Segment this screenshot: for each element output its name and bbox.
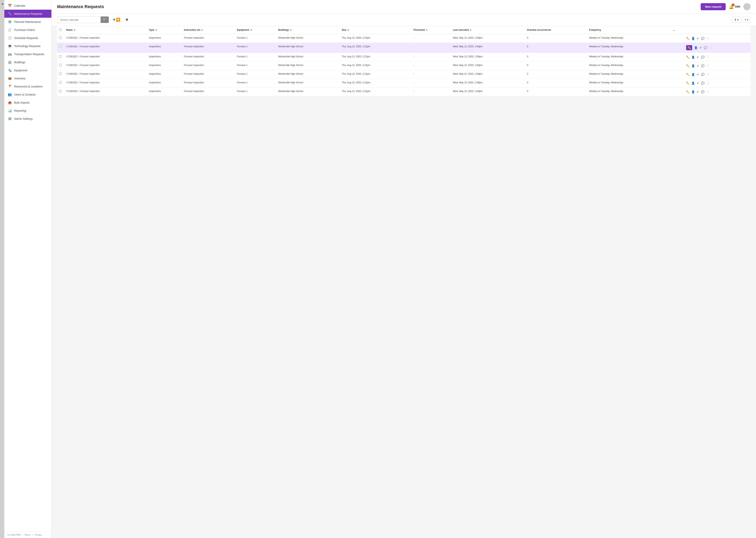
row-checkbox-5[interactable] bbox=[59, 81, 62, 84]
sidebar-item-equipment[interactable]: 🔩 Equipment bbox=[4, 66, 51, 74]
more-options-icon-0[interactable]: ⋮ bbox=[706, 36, 710, 40]
more-options-icon-1[interactable]: ⋮ bbox=[709, 46, 712, 50]
comment-icon-5[interactable]: 💬 bbox=[701, 81, 704, 85]
table-row: X 5381922 - Furnace Inspection Inspectio… bbox=[57, 87, 750, 96]
terms-link[interactable]: Terms bbox=[24, 534, 30, 536]
columns-button[interactable]: ≡ ▾ bbox=[742, 17, 750, 23]
edit-icon-0[interactable]: ✏️ bbox=[686, 37, 689, 40]
edit-icon-5[interactable]: ✏️ bbox=[686, 81, 689, 85]
notification-count: 8888 bbox=[735, 5, 740, 8]
assign-icon-2[interactable]: 👤 bbox=[691, 56, 695, 59]
row-checkbox-2[interactable] bbox=[59, 55, 62, 58]
inventory-icon: 📦 bbox=[8, 77, 12, 80]
complete-icon-4[interactable]: ✔ bbox=[697, 73, 699, 76]
row-checkbox-0[interactable] bbox=[59, 36, 62, 39]
complete-icon-5[interactable]: ✔ bbox=[697, 81, 699, 85]
row-checkbox-1[interactable] bbox=[59, 45, 62, 48]
assign-icon-1[interactable]: 👤 bbox=[694, 46, 697, 49]
row-due-6: Thu, Aug 13, 2020, 2:22pm bbox=[340, 87, 411, 96]
column-header-due[interactable]: Due ⇅ bbox=[340, 26, 411, 34]
complete-icon-6[interactable]: ✔ bbox=[697, 90, 699, 93]
search-button[interactable]: 🔍 bbox=[101, 17, 109, 23]
comment-icon-3[interactable]: 💬 bbox=[701, 64, 704, 67]
more-options-icon-6[interactable]: ⋮ bbox=[706, 90, 710, 93]
comment-icon-0[interactable]: 💬 bbox=[701, 37, 704, 40]
row-checkbox-3[interactable] bbox=[59, 64, 62, 66]
notification-bell[interactable]: 🔔 ● bbox=[729, 4, 734, 9]
sidebar-item-users-contacts[interactable]: 👥 Users & Contacts bbox=[4, 90, 51, 98]
assign-icon-4[interactable]: 👤 bbox=[691, 73, 695, 76]
buildings-icon: 🏢 bbox=[8, 60, 12, 64]
more-options-icon-3[interactable]: ⋮ bbox=[706, 64, 710, 68]
sidebar-item-resources-locations[interactable]: 📍 Resources & Locations bbox=[4, 82, 51, 90]
complete-icon-3[interactable]: ✔ bbox=[697, 64, 699, 67]
privacy-link[interactable]: Privacy bbox=[35, 534, 42, 536]
sidebar-item-inventory[interactable]: 📦 Inventory bbox=[4, 74, 51, 82]
edit-icon-6[interactable]: ✏️ bbox=[686, 90, 689, 93]
page-header: Maintenance Requests New request 🔔 ● 888… bbox=[52, 0, 756, 14]
comment-icon-6[interactable]: 💬 bbox=[701, 90, 704, 93]
comment-icon-1[interactable]: 💬 bbox=[704, 46, 707, 49]
reporting-icon: 📊 bbox=[8, 109, 12, 113]
more-options-icon-4[interactable]: ⋮ bbox=[706, 73, 710, 76]
row-type-4: Inspections bbox=[147, 70, 182, 79]
select-all-checkbox[interactable] bbox=[59, 28, 62, 31]
column-header-equipment[interactable]: Equipment ⇅ bbox=[235, 26, 276, 34]
table-row: X 5381922 - Furnace Inspection Inspectio… bbox=[57, 70, 750, 79]
sidebar-item-transportation-requests[interactable]: 🚌 Transportation Requests bbox=[4, 50, 51, 58]
row-buildings-4: Westerville High School bbox=[276, 70, 340, 79]
column-header-threshold[interactable]: Threshold ⇅ bbox=[411, 26, 451, 34]
assign-icon-3[interactable]: 👤 bbox=[691, 64, 695, 67]
column-header-name[interactable]: Name ⇅ bbox=[64, 26, 147, 34]
new-request-button[interactable]: New request bbox=[701, 3, 726, 10]
column-header-instruction-set[interactable]: Instruction set ⇅ bbox=[182, 26, 235, 34]
row-overdue-4: 3 bbox=[525, 70, 587, 79]
sort-icon-equipment: ⇅ bbox=[250, 29, 252, 31]
row-more-dots-4 bbox=[671, 70, 684, 79]
export-button[interactable]: ⬆ ▾ bbox=[732, 17, 741, 23]
row-checkbox-6[interactable] bbox=[59, 90, 62, 92]
complete-icon-0[interactable]: ✔ bbox=[697, 37, 699, 40]
row-actions-0: ✏️ 👤 ✔ 💬 ⋮ bbox=[684, 34, 750, 43]
sidebar-item-reporting[interactable]: 📊 Reporting bbox=[4, 107, 51, 115]
assign-icon-0[interactable]: 👤 bbox=[691, 37, 695, 40]
sidebar-label-admin-settings: Admin Settings bbox=[14, 117, 33, 120]
column-header-last-executed[interactable]: Last executed ⇅ bbox=[451, 26, 525, 34]
sidebar-item-admin-settings[interactable]: ⚙️ Admin Settings bbox=[4, 115, 51, 123]
sidebar-item-technology-requests[interactable]: 💻 Technology Requests bbox=[4, 42, 51, 50]
complete-icon-2[interactable]: ✔ bbox=[697, 56, 699, 59]
edit-icon-3[interactable]: ✏️ bbox=[686, 64, 689, 67]
avatar[interactable] bbox=[743, 3, 750, 10]
row-checkbox-4[interactable] bbox=[59, 73, 62, 75]
assign-icon-6[interactable]: 👤 bbox=[691, 90, 695, 93]
row-last-executed-3: Wed, May 13, 2020, 1:09pm bbox=[451, 62, 525, 70]
comment-icon-4[interactable]: 💬 bbox=[701, 73, 704, 76]
row-checkbox-cell-5 bbox=[57, 79, 64, 87]
filter-button[interactable]: ▼🔽 bbox=[111, 17, 122, 23]
search-input[interactable] bbox=[57, 17, 101, 23]
sidebar-item-planned-maintenance[interactable]: ⚙️ Planned Maintenance bbox=[4, 18, 51, 26]
clear-filter-button[interactable]: ✖ bbox=[124, 17, 130, 23]
more-options-icon-2[interactable]: ⋮ bbox=[706, 55, 710, 59]
sort-icon-name: ⇅ bbox=[73, 29, 75, 31]
select-all-header bbox=[57, 26, 64, 34]
assign-icon-5[interactable]: 👤 bbox=[691, 81, 695, 85]
column-header-buildings[interactable]: Buildings ⇅ bbox=[276, 26, 340, 34]
edit-icon-4[interactable]: ✏️ bbox=[686, 73, 689, 76]
more-options-icon-5[interactable]: ⋮ bbox=[706, 81, 710, 85]
sidebar-item-calendar[interactable]: 📅 Calendar bbox=[4, 2, 51, 10]
sidebar-item-schedule-requests[interactable]: 🕐 Schedule Requests bbox=[4, 34, 51, 42]
edit-icon-2[interactable]: ✏️ bbox=[686, 56, 689, 59]
sidebar-toggle[interactable]: ◀ bbox=[0, 0, 4, 538]
transportation-requests-icon: 🚌 bbox=[8, 52, 12, 56]
sidebar-item-purchase-orders[interactable]: 🛒 Purchase Orders bbox=[4, 26, 51, 34]
column-header-type[interactable]: Type ⇅ bbox=[147, 26, 182, 34]
row-frequency-6: Weekly on Tuesday, Wednesday bbox=[587, 87, 671, 96]
sidebar-item-buildings[interactable]: 🏢 Buildings bbox=[4, 58, 51, 66]
row-overdue-1: 3 bbox=[525, 43, 587, 53]
complete-icon-1[interactable]: ✔ bbox=[699, 46, 702, 49]
edit-icon-1[interactable]: ✏️ bbox=[686, 45, 692, 50]
sidebar-item-bulk-imports[interactable]: 📤 Bulk Imports bbox=[4, 98, 51, 107]
comment-icon-2[interactable]: 💬 bbox=[701, 56, 704, 59]
sidebar-item-maintenance-requests[interactable]: 🔧 Maintenance Requests bbox=[4, 10, 51, 18]
